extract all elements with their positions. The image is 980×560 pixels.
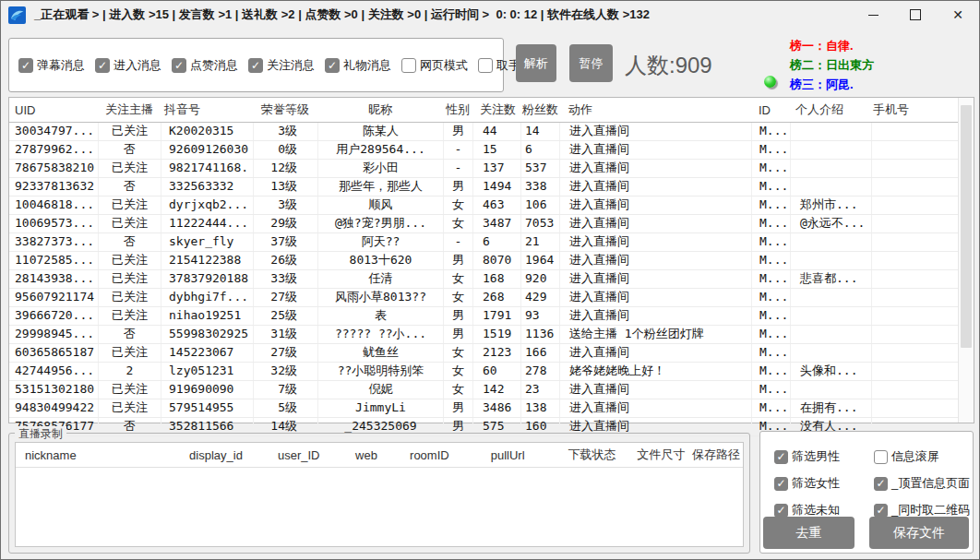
table-row[interactable]: 10069573...已关注11222444...29级@独?宠?男朋...女3… [9,215,974,233]
checked-checkbox-icon[interactable]: ✓ [248,58,263,73]
checked-checkbox-icon[interactable]: ✓ [774,504,788,518]
checked-checkbox-icon[interactable]: ✓ [18,58,33,73]
cell-id: M... [751,233,790,251]
cell-honor-level: 37级 [253,233,317,251]
table-row[interactable]: 78675838210已关注9821741168.12级彩小田-137537进入… [9,160,974,178]
column-header-gender[interactable]: 性别 [443,98,472,122]
dedupe-button[interactable]: 去重 [763,517,855,549]
checked-checkbox-icon[interactable]: ✓ [874,504,888,518]
column-header-action[interactable]: 动作 [559,98,751,122]
checkbox-enter-messages[interactable]: ✓进入消息 [95,57,161,74]
checkbox-pin-info-page[interactable]: ✓_顶置信息页面 [874,475,970,492]
cell-fans: 537 [520,160,559,177]
unchecked-checkbox-icon[interactable] [401,58,416,73]
cell-bio [790,178,871,196]
cell-bio [790,307,871,325]
table-row[interactable]: 33827373...否skyer_fly37级阿天??-621进入直播间M..… [9,233,974,252]
column-header-nickname[interactable]: 昵称 [317,98,443,122]
recording-column-header-room-id[interactable]: roomID [395,448,464,462]
column-header-bio[interactable]: 个人介绍 [790,98,871,122]
recording-column-header-pull-url[interactable]: pullUrl [464,448,552,462]
column-header-fans[interactable]: 粉丝数 [520,98,559,122]
checkbox-web-mode[interactable]: 网页模式 [401,57,468,74]
column-header-follow-status[interactable]: 关注主播 [98,98,161,122]
table-row[interactable]: 29998945...否5599830292531级????? ??小...男1… [9,326,974,344]
checkbox-danmu-messages[interactable]: ✓弹幕消息 [18,57,85,74]
cell-uid: 92337813632 [9,178,98,196]
recording-column-header-file-size[interactable]: 文件尺寸 [632,447,689,463]
recording-column-header-web[interactable]: web [338,448,395,462]
cell-action: 进入直播间 [559,344,751,362]
cell-phone [871,233,949,251]
table-row[interactable]: 92337813632否33256333213级那些年，那些人男1494338进… [9,178,974,197]
unchecked-checkbox-icon[interactable] [874,450,888,464]
checked-checkbox-icon[interactable]: ✓ [172,58,186,73]
cell-honor-level: 3级 [253,123,317,140]
recording-column-header-save-path[interactable]: 保存路径 [689,447,743,463]
cell-gender: 女 [443,381,472,399]
unchecked-checkbox-icon[interactable] [478,58,493,73]
checkbox-filter-male[interactable]: ✓筛选男性 [774,448,840,465]
scrollbar-track[interactable] [958,98,974,423]
minimize-button[interactable] [852,1,894,29]
cell-gender: 女 [443,363,472,380]
cell-douyin-id: dyrjxqb2... [161,197,253,214]
checked-checkbox-icon[interactable]: ✓ [325,58,340,73]
scrollbar-thumb[interactable] [961,105,972,348]
cell-douyin-id: 919690090 [161,381,253,399]
save-file-button[interactable]: 保存文件 [869,517,969,549]
checkbox-label: 网页模式 [420,57,468,74]
table-row[interactable]: 94830499422已关注5795149555级JimmyLi男3486138… [9,399,974,418]
cell-gender: 男 [443,326,472,343]
maximize-button[interactable] [894,1,937,29]
cell-bio [790,344,871,362]
checkbox-label: 关注消息 [267,57,315,74]
column-header-honor-level[interactable]: 荣誉等级 [253,98,317,122]
table-row[interactable]: 10046818...已关注dyrjxqb2...3级顺风女463106进入直播… [9,197,974,215]
column-header-id[interactable]: ID [751,98,790,122]
column-header-phone[interactable]: 手机号 [871,98,949,122]
checked-checkbox-icon[interactable]: ✓ [95,58,110,73]
table-row[interactable]: 95607921174已关注dybhgi7f...27级风雨小草8013??女2… [9,289,974,307]
recording-column-header-display-id[interactable]: display_id [173,448,260,462]
cell-phone [871,363,949,380]
recording-column-header-dl-status[interactable]: 下载状态 [552,447,633,463]
cell-action: 进入直播间 [559,233,751,251]
table-row[interactable]: 27879962...否926091260300级用户289564...-156… [9,141,974,160]
cell-douyin-id: nihao19251 [161,307,253,325]
close-button[interactable]: ✕ [937,1,979,29]
column-header-douyin-id[interactable]: 抖音号 [161,98,253,122]
cell-uid: 11072585... [9,252,98,269]
checked-checkbox-icon[interactable]: ✓ [874,477,888,491]
column-header-uid[interactable]: UID [9,98,98,122]
viewer-count-value: 909 [675,53,712,77]
cell-action: 进入直播间 [559,289,751,306]
checkbox-info-scroll[interactable]: 信息滚屏 [874,448,970,465]
table-row[interactable]: 60365865187已关注14522306727级鱿鱼丝女2123166进入直… [9,344,974,363]
table-row[interactable]: 39666720...已关注nihao1925125级表男179193进入直播间… [9,307,974,326]
table-row[interactable]: 42744956...2lzy05123132级??小聪明特别笨女60278姥爷… [9,363,974,381]
table-row[interactable]: 11072585...已关注215412238826级8013十620男8070… [9,252,974,270]
cell-bio: 头像和... [790,363,871,380]
checkbox-follow-messages[interactable]: ✓关注消息 [248,57,315,74]
recording-column-header-nickname[interactable]: nickname [16,448,173,462]
cell-gender: 男 [443,178,472,196]
checkbox-gift-messages[interactable]: ✓礼物消息 [325,57,391,74]
table-row[interactable]: 28143938...已关注3783792018833级任清女168920进入直… [9,270,974,289]
cell-following: 60 [472,363,520,380]
cell-honor-level: 29级 [253,215,317,232]
cell-douyin-id: 55998302925 [161,326,253,343]
recording-column-header-user-id[interactable]: user_ID [259,448,338,462]
checked-checkbox-icon[interactable]: ✓ [774,450,788,464]
cell-gender: - [443,233,472,251]
parse-button[interactable]: 解析 [516,44,556,82]
checked-checkbox-icon[interactable]: ✓ [774,477,788,491]
table-row[interactable]: 30034797...已关注K200203153级陈某人男4414进入直播间M.… [9,123,974,141]
pause-button[interactable]: 暂停 [569,44,613,82]
checkbox-filter-female[interactable]: ✓筛选女性 [774,475,840,492]
cell-phone [871,215,949,232]
checkbox-like-messages[interactable]: ✓点赞消息 [172,57,238,74]
table-row[interactable]: 53151302180已关注9196900907级倪妮女14223进入直播间M.… [9,381,974,399]
column-header-following[interactable]: 关注数 [472,98,520,122]
cell-id: M... [751,363,790,380]
